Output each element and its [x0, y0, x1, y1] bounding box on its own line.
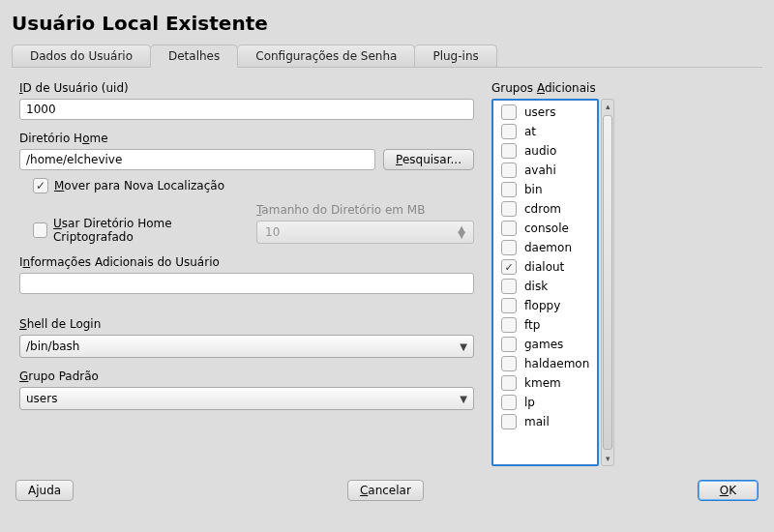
tab-password-label: Configurações de Senha — [255, 49, 397, 63]
tab-password[interactable]: Configurações de Senha — [237, 44, 415, 67]
additional-groups-listbox[interactable]: usersataudioavahibincdromconsoledaemondi… — [491, 99, 599, 466]
tab-userdata-label: Dados do Usuário — [30, 49, 133, 63]
list-item[interactable]: haldaemon — [497, 354, 593, 373]
tab-bar: Dados do Usuário Detalhes Configurações … — [12, 44, 762, 68]
addinfo-label: Informações Adicionais do Usuário — [19, 255, 474, 269]
group-checkbox[interactable] — [501, 221, 517, 236]
group-checkbox[interactable] — [501, 414, 517, 429]
encrypted-checkbox[interactable] — [33, 222, 47, 238]
group-checkbox[interactable] — [501, 143, 517, 159]
list-item[interactable]: audio — [497, 141, 593, 161]
group-label: mail — [524, 415, 550, 429]
addinfo-input[interactable] — [19, 273, 474, 294]
group-checkbox[interactable] — [501, 356, 517, 371]
group-label: console — [524, 222, 569, 235]
group-label: cdrom — [524, 202, 561, 216]
encrypted-checkbox-label: Usar Diretório Home Criptografado — [53, 217, 241, 244]
group-checkbox[interactable] — [501, 124, 517, 139]
move-checkbox[interactable] — [33, 178, 48, 193]
group-label: bin — [524, 183, 543, 196]
tab-details-label: Detalhes — [168, 49, 220, 63]
dialog-title: Usuário Local Existente — [12, 12, 762, 35]
group-label: users — [524, 105, 555, 119]
home-label: Diretório Home — [19, 132, 474, 145]
list-item[interactable]: avahi — [497, 161, 593, 180]
group-label: disk — [524, 280, 548, 293]
spinner-updown-icon: ▲▼ — [458, 226, 465, 238]
chevron-down-icon: ▼ — [460, 394, 467, 404]
tab-details[interactable]: Detalhes — [150, 44, 238, 68]
list-item[interactable]: cdrom — [497, 199, 593, 219]
group-label: kmem — [524, 376, 561, 390]
shell-select[interactable]: /bin/bash ▼ — [19, 335, 474, 358]
tab-plugins-label: Plug-ins — [432, 49, 478, 63]
ok-button[interactable]: OK — [698, 480, 759, 501]
group-checkbox[interactable] — [501, 240, 517, 255]
uid-input[interactable] — [19, 99, 474, 120]
group-checkbox[interactable] — [501, 201, 517, 217]
group-checkbox[interactable] — [501, 104, 517, 120]
group-label: floppy — [524, 299, 560, 312]
list-item[interactable]: kmem — [497, 373, 593, 393]
list-item[interactable]: ftp — [497, 315, 593, 335]
group-checkbox[interactable] — [501, 182, 517, 197]
group-label: daemon — [524, 241, 572, 254]
browse-button[interactable]: Pesquisar... — [383, 149, 474, 170]
move-checkbox-label: Mover para Nova Localização — [54, 179, 224, 192]
tab-plugins[interactable]: Plug-ins — [414, 44, 496, 67]
group-checkbox[interactable] — [501, 259, 517, 275]
tab-userdata[interactable]: Dados do Usuário — [12, 44, 151, 67]
chevron-down-icon: ▼ — [460, 341, 467, 352]
group-label: lp — [524, 396, 535, 409]
dirsize-label: Tamanho do Diretório em MB — [256, 203, 474, 217]
defaultgroup-value: users — [26, 392, 57, 405]
group-checkbox[interactable] — [501, 395, 517, 410]
group-label: ftp — [524, 318, 540, 332]
list-item[interactable]: users — [497, 103, 593, 122]
shell-label: Shell de Login — [19, 317, 474, 331]
group-checkbox[interactable] — [501, 375, 517, 391]
group-checkbox[interactable] — [501, 317, 517, 333]
move-checkbox-row[interactable]: Mover para Nova Localização — [33, 178, 474, 193]
cancel-button[interactable]: Cancelar — [347, 480, 424, 501]
group-label: avahi — [524, 163, 556, 177]
group-checkbox[interactable] — [501, 298, 517, 313]
group-label: dialout — [524, 260, 564, 274]
help-button[interactable]: Ajuda — [15, 480, 74, 501]
list-item[interactable]: dialout — [497, 257, 593, 277]
scrollbar-thumb[interactable] — [603, 115, 612, 450]
help-button-label: Ajuda — [28, 484, 61, 497]
list-item[interactable]: mail — [497, 412, 593, 431]
list-item[interactable]: at — [497, 122, 593, 141]
scroll-down-icon[interactable]: ▾ — [606, 452, 610, 465]
group-label: audio — [524, 144, 556, 158]
group-label: games — [524, 338, 563, 351]
group-checkbox[interactable] — [501, 279, 517, 294]
defaultgroup-label: Grupo Padrão — [19, 369, 474, 383]
list-item[interactable]: lp — [497, 393, 593, 412]
scroll-up-icon[interactable]: ▴ — [606, 100, 610, 113]
list-item[interactable]: bin — [497, 180, 593, 199]
list-item[interactable]: daemon — [497, 238, 593, 257]
list-item[interactable]: floppy — [497, 296, 593, 315]
group-checkbox[interactable] — [501, 163, 517, 178]
additional-groups-label: Grupos Adicionais — [491, 81, 762, 95]
list-item[interactable]: disk — [497, 277, 593, 296]
list-item[interactable]: games — [497, 335, 593, 354]
dirsize-spinner: 10 ▲▼ — [256, 221, 474, 244]
group-label: at — [524, 125, 536, 138]
shell-value: /bin/bash — [26, 340, 79, 353]
groups-scrollbar[interactable]: ▴ ▾ — [601, 99, 614, 466]
dirsize-value: 10 — [265, 225, 280, 239]
list-item[interactable]: console — [497, 219, 593, 238]
group-label: haldaemon — [524, 357, 589, 370]
group-checkbox[interactable] — [501, 337, 517, 352]
uid-label: IID de Usuário (uid)D de Usuário (uid) — [19, 81, 474, 95]
home-input[interactable] — [19, 149, 375, 170]
defaultgroup-select[interactable]: users ▼ — [19, 387, 474, 410]
